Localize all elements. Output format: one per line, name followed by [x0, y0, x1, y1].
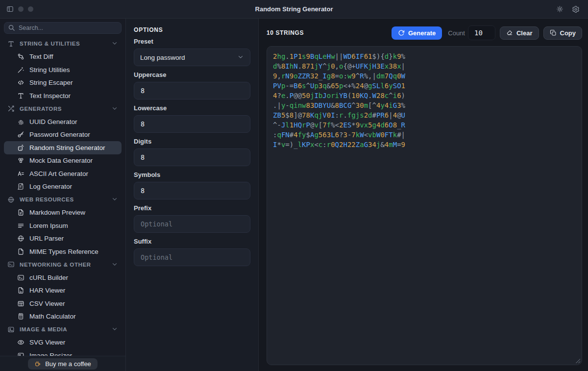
field-suffix: Suffix — [134, 238, 250, 266]
field-prefix: Prefix — [134, 204, 250, 233]
field-preset: PresetLong password — [134, 38, 250, 66]
sidebar-item-image-resizer[interactable]: Image Resizer — [4, 349, 122, 356]
sidebar-item-label: Text Inspector — [29, 92, 71, 99]
section-label: NETWORKING & OTHER — [20, 262, 91, 268]
sidebar-item-math-calculator[interactable]: Math Calculator — [4, 310, 122, 323]
field-label: Symbols — [134, 171, 250, 178]
generate-button[interactable]: Generate — [392, 26, 442, 40]
sidebar-item-label: cURL Builder — [29, 274, 68, 281]
main-header: 10 STRINGS Generate Count Clear Copy — [267, 25, 582, 40]
sidebar-item-url-parser[interactable]: URL Parser — [4, 232, 122, 246]
image-icon — [17, 352, 24, 356]
suffix-input[interactable] — [134, 248, 250, 266]
output-line: 2hg.1P1s9BqLeHw||WD6IF61$){d}k9% — [273, 51, 576, 61]
section-header-image-media[interactable]: IMAGE & MEDIA — [4, 323, 122, 336]
key-icon — [17, 131, 24, 138]
strings-count-title: 10 STRINGS — [267, 29, 304, 36]
sidebar-item-markdown-preview[interactable]: Markdown Preview — [4, 206, 122, 220]
theme-toggle-sun-icon[interactable] — [556, 5, 564, 13]
section-label: GENERATORS — [20, 106, 62, 112]
output-line: .|y-qinw83DBYU&8BCG^30m[^4y4iG3% — [273, 100, 576, 110]
window-control-dot[interactable] — [28, 6, 33, 12]
preset-select[interactable]: Long password — [134, 49, 250, 66]
fingerprint-icon — [17, 118, 24, 125]
sidebar-item-label: URL Parser — [29, 235, 64, 242]
globe-icon — [17, 235, 24, 242]
lowercase-input[interactable] — [134, 115, 250, 133]
field-label: Uppercase — [134, 71, 250, 78]
table-icon — [17, 300, 24, 307]
chevron-down-icon — [111, 105, 118, 112]
titlebar: Random String Generator — [0, 0, 588, 19]
calculator-icon — [17, 313, 24, 320]
output-line: d%8IhN.871jY^j0,o{@+UFKjH3Ex38x| — [273, 61, 576, 71]
search-input[interactable] — [4, 22, 122, 34]
sidebar-item-label: Text Diff — [29, 53, 53, 60]
field-uppercase: Uppercase — [134, 71, 250, 99]
clear-label: Clear — [516, 29, 533, 37]
titlebar-right-controls — [556, 5, 588, 13]
sidebar-item-label: Lorem Ipsum — [29, 222, 68, 229]
sidebar-item-string-escaper[interactable]: String Escaper — [4, 76, 122, 90]
search-icon — [8, 24, 15, 31]
settings-gear-icon[interactable] — [572, 5, 580, 13]
sidebar-item-csv-viewer[interactable]: CSV Viewer — [4, 297, 122, 310]
sidebar-item-mock-data-generator[interactable]: Mock Data Generator — [4, 154, 122, 168]
section-label: STRING & UTILITIES — [20, 41, 80, 47]
terminal-icon — [17, 274, 24, 281]
field-label: Suffix — [134, 238, 250, 245]
sidebar-item-curl-builder[interactable]: cURL Builder — [4, 271, 122, 284]
window-control-dot[interactable] — [18, 6, 24, 12]
sidebar-item-label: ASCII Art Generator — [29, 170, 88, 177]
serif-t-icon — [7, 40, 15, 48]
file-icon — [17, 248, 24, 255]
prefix-input[interactable] — [134, 215, 250, 233]
app-window: Random String Generator STRING & UTILITI… — [0, 0, 588, 371]
sidebar-item-svg-viewer[interactable]: SVG Viewer — [4, 336, 122, 349]
sidebar-item-mime-types-reference[interactable]: MIME Types Reference — [4, 245, 122, 258]
section-header-networking-other[interactable]: NETWORKING & OTHER — [4, 258, 122, 272]
symbols-input[interactable] — [134, 182, 250, 199]
section-header-generators[interactable]: GENERATORS — [4, 102, 122, 116]
sidebar-item-ascii-art-generator[interactable]: ASCII Art Generator — [4, 167, 122, 180]
sidebar-item-label: CSV Viewer — [29, 300, 65, 307]
sidebar-nav: STRING & UTILITIESText DiffString Utilit… — [0, 36, 125, 356]
refresh-icon — [398, 29, 405, 36]
section-header-string-utilities[interactable]: STRING & UTILITIES — [4, 37, 122, 50]
section-label: IMAGE & MEDIA — [20, 326, 67, 332]
sidebar-item-password-generator[interactable]: Password Generator — [4, 128, 122, 142]
sidebar-item-har-viewer[interactable]: HAR Viewer — [4, 284, 122, 297]
git-compare-icon — [17, 53, 24, 60]
sidebar-item-label: Password Generator — [29, 131, 90, 138]
output-line: PVp-=B6s^Up3q&65p<+%24@gSLl6ySO1 — [273, 81, 576, 91]
section-header-web-resources[interactable]: WEB RESOURCES — [4, 193, 122, 206]
count-input[interactable] — [468, 25, 495, 40]
sidebar-item-label: Image Resizer — [29, 352, 72, 356]
count-label: Count — [448, 29, 465, 37]
uppercase-input[interactable] — [134, 82, 250, 99]
copy-button[interactable]: Copy — [543, 26, 583, 40]
options-header: OPTIONS — [134, 26, 250, 34]
sidebar-item-text-inspector[interactable]: Text Inspector — [4, 89, 122, 102]
clear-button[interactable]: Clear — [500, 26, 539, 40]
content: STRING & UTILITIESText DiffString Utilit… — [0, 19, 588, 371]
sidebar-item-log-generator[interactable]: Log Generator — [4, 180, 122, 194]
output-line: :qFN#4fy$Ag563L6?3-7kW<vbW0FTk#| — [273, 130, 576, 140]
file-text-icon — [17, 209, 24, 216]
sidebar-toggle-icon[interactable] — [6, 5, 14, 13]
sidebar-item-lorem-ipsum[interactable]: Lorem Ipsum — [4, 219, 122, 232]
sidebar-item-uuid-generator[interactable]: UUID Generator — [4, 115, 122, 128]
output-line: I*v=)_lKPx<c:r0Q2H22ZaG34j&4mM=9 — [273, 140, 576, 149]
sidebar-item-text-diff[interactable]: Text Diff — [4, 50, 122, 64]
chevron-down-icon — [111, 40, 118, 47]
sidebar-item-string-utilities[interactable]: String Utilities — [4, 63, 122, 76]
window-title: Random String Generator — [0, 5, 588, 13]
sidebar-footer: Buy me a coffee — [0, 356, 125, 371]
dice-icon — [17, 144, 24, 151]
sidebar-item-random-string-generator[interactable]: Random String Generator — [4, 141, 122, 154]
output-textarea[interactable]: 2hg.1P1s9BqLeHw||WD6IF61$){d}k9%d%8IhN.8… — [267, 46, 582, 365]
main-panel: 10 STRINGS Generate Count Clear Copy 2hg… — [259, 19, 588, 371]
digits-input[interactable] — [134, 148, 250, 166]
chevron-down-icon — [111, 325, 118, 332]
buy-me-a-coffee-button[interactable]: Buy me a coffee — [28, 358, 98, 370]
